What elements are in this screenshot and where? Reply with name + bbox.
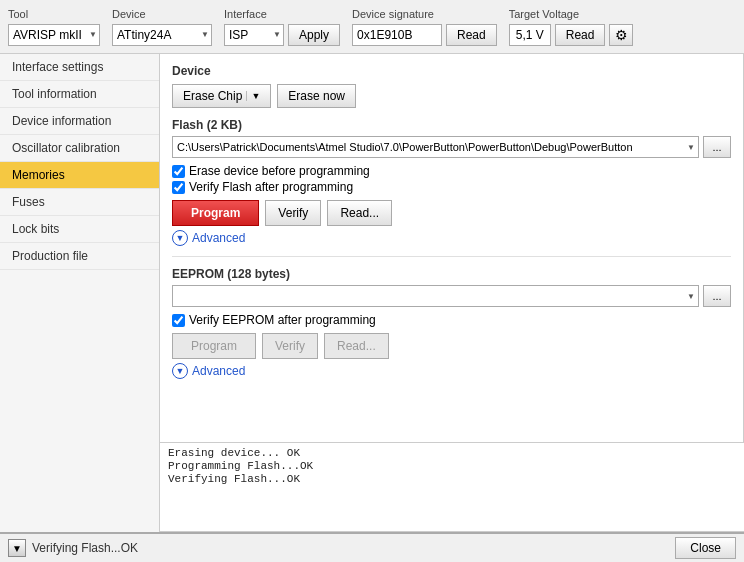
gear-icon: ⚙: [615, 27, 628, 43]
read-voltage-button[interactable]: Read: [555, 24, 606, 46]
interface-select-wrapper: ISP: [224, 24, 284, 46]
voltage-label: Target Voltage: [509, 8, 634, 20]
verify-eeprom-row: Verify EEPROM after programming: [172, 313, 731, 327]
flash-read-button[interactable]: Read...: [327, 200, 392, 226]
close-button[interactable]: Close: [675, 537, 736, 559]
main-layout: Interface settings Tool information Devi…: [0, 54, 744, 532]
flash-program-row: Program Verify Read...: [172, 200, 731, 226]
flash-header: Flash (2 KB): [172, 118, 731, 132]
interface-row: ISP Apply: [224, 24, 340, 46]
flash-section: Flash (2 KB) C:\Users\Patrick\Documents\…: [172, 118, 731, 246]
interface-group: Interface ISP Apply: [224, 8, 340, 46]
flash-advanced-label: Advanced: [192, 231, 245, 245]
flash-file-select-wrapper: C:\Users\Patrick\Documents\Atmel Studio\…: [172, 136, 699, 158]
erase-before-label: Erase device before programming: [189, 164, 370, 178]
device-row: Erase Chip ▼ Erase now: [172, 84, 731, 108]
toolbar: Tool AVRISP mkII Device ATtiny24A Interf…: [0, 0, 744, 54]
interface-label: Interface: [224, 8, 340, 20]
flash-advanced-arrow-icon: ▼: [172, 230, 188, 246]
interface-select[interactable]: ISP: [224, 24, 284, 46]
right-panel: Device Erase Chip ▼ Erase now Flash (2 K…: [160, 54, 744, 532]
device-select[interactable]: ATtiny24A: [112, 24, 212, 46]
status-expand-button[interactable]: ▼: [8, 539, 26, 557]
device-sig-label: Device signature: [352, 8, 497, 20]
device-sig-input[interactable]: [352, 24, 442, 46]
device-group: Device ATtiny24A: [112, 8, 212, 46]
eeprom-program-row: Program Verify Read...: [172, 333, 731, 359]
eeprom-verify-button[interactable]: Verify: [262, 333, 318, 359]
eeprom-file-select-wrapper: [172, 285, 699, 307]
tool-label: Tool: [8, 8, 100, 20]
status-bar: ▼ Verifying Flash...OK Close: [0, 532, 744, 562]
sidebar-item-fuses[interactable]: Fuses: [0, 189, 159, 216]
device-sig-row: Read: [352, 24, 497, 46]
verify-flash-checkbox[interactable]: [172, 181, 185, 194]
erase-chip-button[interactable]: Erase Chip ▼: [172, 84, 271, 108]
sidebar-item-interface-settings[interactable]: Interface settings: [0, 54, 159, 81]
eeprom-advanced-row[interactable]: ▼ Advanced: [172, 363, 731, 379]
flash-program-button[interactable]: Program: [172, 200, 259, 226]
log-line-2: Programming Flash...OK: [168, 460, 736, 472]
device-select-wrapper: ATtiny24A: [112, 24, 212, 46]
log-line-1: Erasing device... OK: [168, 447, 736, 459]
erase-chip-label: Erase Chip: [183, 89, 242, 103]
eeprom-file-select[interactable]: [172, 285, 699, 307]
apply-button[interactable]: Apply: [288, 24, 340, 46]
sidebar: Interface settings Tool information Devi…: [0, 54, 160, 532]
status-text: Verifying Flash...OK: [32, 541, 138, 555]
voltage-row: 5,1 V Read ⚙: [509, 24, 634, 46]
eeprom-section: EEPROM (128 bytes) ... Verify EEPROM aft…: [172, 267, 731, 379]
log-line-3: Verifying Flash...OK: [168, 473, 736, 485]
flash-file-row: C:\Users\Patrick\Documents\Atmel Studio\…: [172, 136, 731, 158]
sidebar-item-oscillator-calibration[interactable]: Oscillator calibration: [0, 135, 159, 162]
flash-browse-button[interactable]: ...: [703, 136, 731, 158]
log-area: Erasing device... OK Programming Flash..…: [160, 442, 744, 532]
erase-before-row: Erase device before programming: [172, 164, 731, 178]
device-section-label: Device: [172, 64, 731, 78]
gear-button[interactable]: ⚙: [609, 24, 633, 46]
sidebar-item-production-file[interactable]: Production file: [0, 243, 159, 270]
erase-chip-dropdown-arrow: ▼: [246, 91, 260, 101]
section-divider: [172, 256, 731, 257]
status-left: ▼ Verifying Flash...OK: [8, 539, 138, 557]
verify-eeprom-checkbox[interactable]: [172, 314, 185, 327]
sidebar-item-lock-bits[interactable]: Lock bits: [0, 216, 159, 243]
flash-file-select[interactable]: C:\Users\Patrick\Documents\Atmel Studio\…: [172, 136, 699, 158]
sidebar-item-device-information[interactable]: Device information: [0, 108, 159, 135]
flash-verify-button[interactable]: Verify: [265, 200, 321, 226]
flash-advanced-row[interactable]: ▼ Advanced: [172, 230, 731, 246]
sidebar-item-tool-information[interactable]: Tool information: [0, 81, 159, 108]
erase-now-button[interactable]: Erase now: [277, 84, 356, 108]
eeprom-file-row: ...: [172, 285, 731, 307]
verify-flash-row: Verify Flash after programming: [172, 180, 731, 194]
sidebar-item-memories[interactable]: Memories: [0, 162, 159, 189]
verify-eeprom-label: Verify EEPROM after programming: [189, 313, 376, 327]
eeprom-header: EEPROM (128 bytes): [172, 267, 731, 281]
verify-flash-label: Verify Flash after programming: [189, 180, 353, 194]
eeprom-advanced-arrow-icon: ▼: [172, 363, 188, 379]
device-label: Device: [112, 8, 212, 20]
eeprom-advanced-label: Advanced: [192, 364, 245, 378]
eeprom-program-button[interactable]: Program: [172, 333, 256, 359]
device-sig-group: Device signature Read: [352, 8, 497, 46]
content-area: Device Erase Chip ▼ Erase now Flash (2 K…: [160, 54, 744, 442]
tool-group: Tool AVRISP mkII: [8, 8, 100, 46]
tool-select-wrapper: AVRISP mkII: [8, 24, 100, 46]
eeprom-browse-button[interactable]: ...: [703, 285, 731, 307]
read-sig-button[interactable]: Read: [446, 24, 497, 46]
erase-before-checkbox[interactable]: [172, 165, 185, 178]
eeprom-read-button[interactable]: Read...: [324, 333, 389, 359]
tool-select[interactable]: AVRISP mkII: [8, 24, 100, 46]
voltage-display: 5,1 V: [509, 24, 551, 46]
voltage-group: Target Voltage 5,1 V Read ⚙: [509, 8, 634, 46]
